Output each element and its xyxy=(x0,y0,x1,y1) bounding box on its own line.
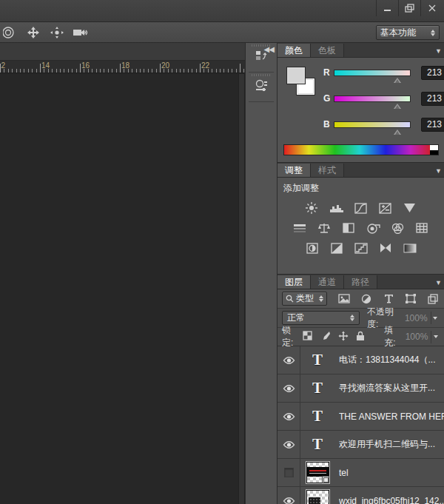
text-layer-thumbnail[interactable]: T xyxy=(312,437,323,452)
exposure-icon[interactable] xyxy=(377,201,394,215)
gradient-map-icon[interactable] xyxy=(401,241,419,255)
green-slider-thumb[interactable] xyxy=(394,104,401,109)
visibility-toggle[interactable] xyxy=(278,459,300,486)
close-button[interactable] xyxy=(420,0,443,16)
brightness-contrast-icon[interactable] xyxy=(303,201,321,215)
red-slider[interactable] xyxy=(334,70,411,76)
levels-icon[interactable] xyxy=(328,201,346,215)
options-bar: 基本功能 xyxy=(0,22,444,43)
black-white-icon[interactable] xyxy=(340,221,357,235)
layer-row[interactable]: T 欢迎用手机扫二维码与... xyxy=(278,431,444,459)
tab-adjustments[interactable]: 调整 xyxy=(278,164,311,177)
restore-button[interactable] xyxy=(398,0,420,16)
color-spectrum-ramp[interactable] xyxy=(283,144,439,155)
panel-menu-icon[interactable]: ▼ xyxy=(435,279,442,286)
panel-menu-icon[interactable]: ▼ xyxy=(435,47,442,55)
chevron-updown-icon xyxy=(431,30,435,36)
text-layer-thumbnail[interactable]: T xyxy=(312,409,323,424)
image-layer-thumbnail[interactable] xyxy=(306,462,329,483)
opacity-value[interactable]: 100% xyxy=(405,313,428,323)
red-slider-thumb[interactable] xyxy=(394,78,401,83)
blend-mode-value: 正常 xyxy=(287,312,305,324)
photoshop-window: 基本功能 12 14 16 18 20 22 ◀◀ xyxy=(0,0,444,504)
blue-value-field[interactable]: 213 xyxy=(421,118,444,132)
visibility-toggle[interactable] xyxy=(278,487,300,504)
ruler-label: 22 xyxy=(201,61,209,70)
workspace-label: 基本功能 xyxy=(380,27,416,39)
workspace-switcher[interactable]: 基本功能 xyxy=(376,25,440,40)
adjustment-layer-filter-icon[interactable] xyxy=(360,293,373,305)
layer-name[interactable]: THE ANSWER FROM HERE xyxy=(339,411,444,422)
fill-value[interactable]: 100% xyxy=(406,332,428,342)
layer-row[interactable]: T 电话：13811344044（... xyxy=(278,346,444,374)
blue-slider-thumb[interactable] xyxy=(394,130,401,135)
foreground-color-swatch[interactable] xyxy=(286,67,306,84)
video-camera-icon[interactable] xyxy=(73,25,89,40)
tab-channels[interactable]: 通道 xyxy=(311,275,344,289)
collapsed-panel-dock: ◀◀ xyxy=(245,43,278,504)
layer-row[interactable]: wxid_jnq6fbc05fhi12_142... xyxy=(278,487,444,504)
invert-icon[interactable] xyxy=(303,241,321,255)
visibility-toggle[interactable] xyxy=(278,374,300,402)
move-cross-icon[interactable] xyxy=(25,25,41,40)
text-layer-thumbnail[interactable]: T xyxy=(312,352,323,368)
vertical-scrollbar[interactable] xyxy=(238,74,245,504)
shape-layer-filter-icon[interactable] xyxy=(404,293,417,305)
opacity-dropdown-icon[interactable] xyxy=(431,312,440,324)
color-balance-icon[interactable] xyxy=(315,221,333,235)
selective-color-icon[interactable] xyxy=(377,241,394,255)
canvas-area[interactable] xyxy=(0,74,238,504)
green-slider[interactable] xyxy=(334,95,411,102)
color-lookup-icon[interactable] xyxy=(413,221,431,235)
layers-panel-tabbar: 图层 通道 路径 ▼ xyxy=(278,275,444,289)
layer-name[interactable]: tel xyxy=(339,468,349,478)
layer-row[interactable]: tel xyxy=(278,459,444,487)
horizontal-ruler[interactable]: 12 14 16 18 20 22 xyxy=(0,61,245,73)
red-value-field[interactable]: 213 xyxy=(421,66,444,80)
posterize-icon[interactable] xyxy=(328,241,346,255)
photo-filter-icon[interactable] xyxy=(364,221,382,235)
white-black-swatch[interactable] xyxy=(430,145,438,155)
tab-styles[interactable]: 样式 xyxy=(311,164,344,177)
layer-row[interactable]: T 寻找潮流答案从这里开... xyxy=(278,374,444,403)
visibility-toggle[interactable] xyxy=(278,431,300,458)
tab-swatches[interactable]: 色板 xyxy=(311,44,344,57)
filter-kind-select[interactable]: 类型 xyxy=(282,292,327,306)
text-layer-thumbnail[interactable]: T xyxy=(312,380,323,396)
green-value-field[interactable]: 213 xyxy=(421,92,444,106)
type-layer-filter-icon[interactable] xyxy=(382,293,395,305)
tab-color[interactable]: 颜色 xyxy=(278,44,311,57)
curves-icon[interactable] xyxy=(352,201,370,215)
vibrance-icon[interactable] xyxy=(401,201,419,215)
lock-pixels-brush-icon[interactable] xyxy=(320,331,331,343)
smart-object-filter-icon[interactable] xyxy=(426,293,440,305)
threshold-icon[interactable] xyxy=(352,241,370,255)
blue-slider[interactable] xyxy=(334,121,411,128)
minimize-button[interactable] xyxy=(376,0,398,16)
lock-position-icon[interactable] xyxy=(338,331,349,343)
fill-dropdown-icon[interactable] xyxy=(431,331,440,343)
dock-history-button[interactable] xyxy=(249,43,274,73)
channel-mixer-icon[interactable] xyxy=(388,221,406,235)
layer-name[interactable]: 寻找潮流答案从这里开... xyxy=(339,382,435,394)
dock-properties-button[interactable] xyxy=(249,73,274,102)
visibility-toggle[interactable] xyxy=(278,403,300,430)
layer-name[interactable]: wxid_jnq6fbc05fhi12_142... xyxy=(339,496,444,504)
layer-name[interactable]: 欢迎用手机扫二维码与... xyxy=(339,438,435,451)
pixel-layer-filter-icon[interactable] xyxy=(337,293,351,305)
target-icon[interactable] xyxy=(1,25,18,40)
document-tab-band xyxy=(0,43,245,61)
lock-all-icon[interactable] xyxy=(356,331,365,343)
tab-paths[interactable]: 路径 xyxy=(344,275,377,289)
blend-mode-select[interactable]: 正常 xyxy=(282,311,360,325)
tab-layers[interactable]: 图层 xyxy=(278,275,311,289)
layer-row[interactable]: T THE ANSWER FROM HERE xyxy=(278,403,444,431)
layer-name[interactable]: 电话：13811344044（... xyxy=(339,354,436,366)
visibility-toggle[interactable] xyxy=(278,346,300,374)
lock-transparency-icon[interactable] xyxy=(303,331,312,343)
pan-3d-icon[interactable] xyxy=(49,25,65,40)
hue-saturation-icon[interactable] xyxy=(291,221,309,235)
panel-menu-icon[interactable]: ▼ xyxy=(435,167,442,175)
panel-stack: 颜色 色板 ▼ R 213 G 213 xyxy=(278,43,444,504)
image-layer-thumbnail[interactable] xyxy=(306,490,329,504)
